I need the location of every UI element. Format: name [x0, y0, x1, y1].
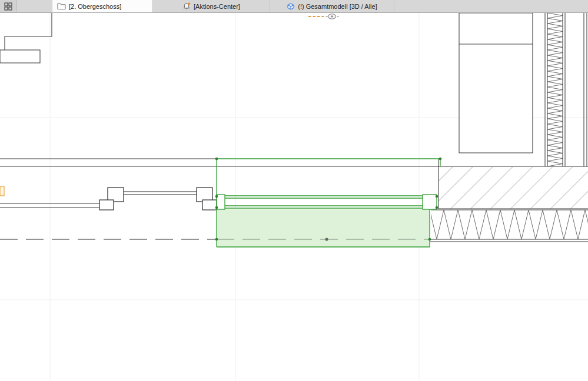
bell-alert-badge: [188, 3, 190, 5]
tab-label: [2. Obergeschoss]: [69, 3, 121, 10]
eye-icon[interactable]: [328, 14, 336, 19]
wall-outline-top-left[interactable]: [0, 13, 52, 63]
window-plan-symbol[interactable]: [99, 188, 217, 210]
tabbar-spacer: [17, 0, 52, 12]
tab-overview-button[interactable]: [0, 0, 17, 12]
tabbar-empty-area: [394, 0, 588, 12]
tab-floor-plan[interactable]: [2. Obergeschoss]: [52, 0, 153, 12]
midpoint-node[interactable]: [325, 238, 328, 240]
exterior-wall-vertical[interactable]: [545, 13, 587, 166]
model-3d-icon: [287, 2, 295, 11]
tab-overview-grid-icon: [4, 2, 12, 11]
folder-icon: [57, 2, 66, 10]
tab-model-3d[interactable]: (!) Gesamtmodell [3D / Alle]: [270, 0, 394, 12]
tab-label: (!) Gesamtmodell [3D / Alle]: [298, 3, 377, 10]
tab-action-center[interactable]: [Aktions-Center]: [153, 0, 270, 12]
bell-alert-icon: [182, 2, 191, 10]
diagonal-hatch-band[interactable]: [438, 167, 588, 209]
insulation-hatch-horizontal[interactable]: [431, 210, 588, 239]
insulation-hatch-vertical[interactable]: [547, 13, 563, 166]
edge-marker: [0, 186, 4, 196]
exterior-wall-horizontal[interactable]: [430, 159, 588, 242]
wall-outline-top-right[interactable]: [459, 13, 533, 153]
trace-reference-indicator[interactable]: [308, 14, 339, 19]
tab-label: [Aktions-Center]: [194, 3, 240, 10]
selection-fill[interactable]: [217, 209, 430, 247]
selected-wall-window-element[interactable]: [215, 158, 442, 247]
floor-plan-canvas[interactable]: [0, 0, 588, 381]
tab-bar: [2. Obergeschoss] [Aktions-Center] (!) G…: [0, 0, 588, 13]
